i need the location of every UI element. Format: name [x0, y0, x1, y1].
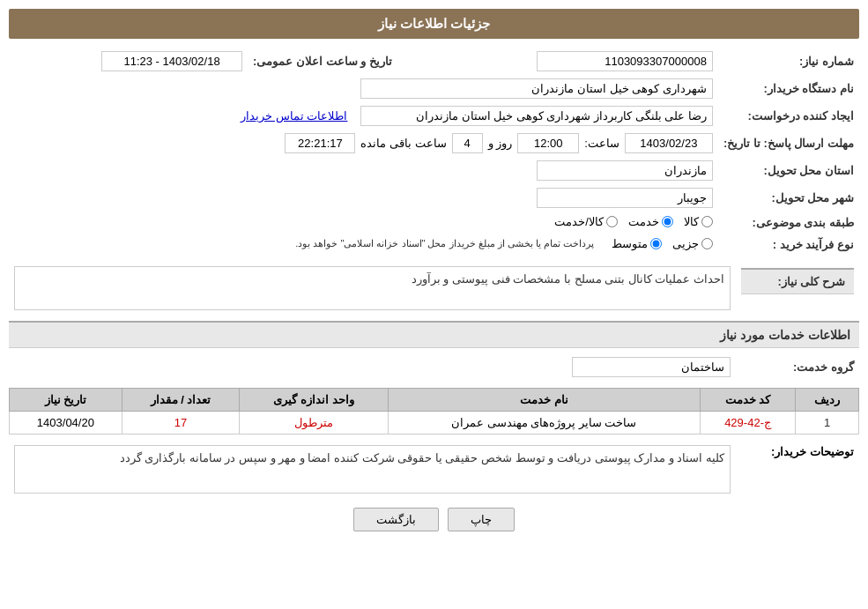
deadline-date-value: 1403/02/23 [625, 133, 713, 153]
radio-kala-khedmat-label: کالا/خدمت [554, 215, 604, 228]
deadline-label: مهلت ارسال پاسخ: تا تاریخ: [718, 130, 859, 157]
services-table-head: ردیف کد خدمت نام خدمت واحد اندازه گیری ت… [10, 389, 859, 412]
cell-row-num: 1 [796, 412, 859, 434]
buyer-notes-table: توضیحات خریدار: کلیه اسناد و مدارک پیوست… [9, 442, 859, 497]
radio-khedmat[interactable]: خدمت [628, 215, 673, 228]
services-table-body: 1 ج-42-429 ساخت سایر پروژه‌های مهندسی عم… [10, 412, 859, 434]
deadline-time-label: ساعت: [584, 137, 619, 150]
service-group-value: ساختمان [572, 357, 731, 377]
services-section-header: اطلاعات خدمات مورد نیاز [9, 321, 859, 348]
description-table: شرح کلی نیاز: احداث عملیات کانال بتنی مس… [9, 263, 859, 314]
page-wrapper: جزئیات اطلاعات نیاز شماره نیاز: 11030933… [0, 0, 868, 609]
cell-name: ساخت سایر پروژه‌های مهندسی عمران [388, 412, 700, 434]
col-unit: واحد اندازه گیری [240, 389, 388, 412]
services-header-row: ردیف کد خدمت نام خدمت واحد اندازه گیری ت… [10, 389, 859, 412]
row-buyer-notes: توضیحات خریدار: کلیه اسناد و مدارک پیوست… [9, 442, 859, 497]
buttons-row: چاپ بازگشت [9, 508, 859, 531]
row-description: شرح کلی نیاز: احداث عملیات کانال بتنی مس… [9, 263, 859, 314]
back-button[interactable]: بازگشت [353, 508, 439, 531]
radio-kala-khedmat[interactable]: کالا/خدمت [554, 215, 618, 228]
row-buyer-name: نام دستگاه خریدار: شهرداری کوهی خیل استا… [9, 75, 859, 102]
radio-motevaset-label: متوسط [612, 237, 648, 250]
request-number-label: شماره نیاز: [718, 48, 859, 75]
row-request-number: شماره نیاز: 1103093307000008 تاریخ و ساع… [9, 48, 859, 75]
radio-motevaset[interactable]: متوسط [612, 237, 662, 250]
radio-khedmat-label: خدمت [628, 215, 659, 228]
col-qty: تعداد / مقدار [122, 389, 240, 412]
contact-link[interactable]: اطلاعات تماس خریدار [241, 109, 347, 123]
request-number-value: 1103093307000008 [537, 51, 713, 71]
table-row: 1 ج-42-429 ساخت سایر پروژه‌های مهندسی عم… [10, 412, 859, 434]
print-button[interactable]: چاپ [448, 508, 515, 531]
deadline-days-value: 4 [452, 133, 483, 153]
services-table: ردیف کد خدمت نام خدمت واحد اندازه گیری ت… [9, 388, 859, 434]
row-deadline: مهلت ارسال پاسخ: تا تاریخ: 1403/02/23 سا… [9, 130, 859, 157]
deadline-remaining-value: 22:21:17 [285, 133, 355, 153]
main-info-table: شماره نیاز: 1103093307000008 تاریخ و ساع… [9, 48, 859, 256]
purchase-type-label: نوع فرآیند خرید : [718, 234, 859, 256]
purchase-note: پرداخت تمام یا بخشی از مبلغ خریداز محل "… [295, 238, 594, 249]
row-city: شهر محل تحویل: جویبار [9, 184, 859, 212]
col-code: کد خدمت [700, 389, 796, 412]
province-label: استان محل تحویل: [718, 157, 859, 184]
cell-code: ج-42-429 [700, 412, 796, 434]
buyer-notes-label: توضیحات خریدار: [771, 445, 854, 458]
radio-jozi[interactable]: جزیی [672, 237, 713, 250]
row-category: طبقه بندی موضوعی: کالا خدمت کالا/خدمت [9, 212, 859, 234]
row-service-group: گروه خدمت: ساختمان [9, 353, 859, 381]
deadline-days-label: روز و [488, 137, 513, 150]
service-group-table: گروه خدمت: ساختمان [9, 353, 859, 381]
col-row-num: ردیف [796, 389, 859, 412]
row-purchase-type: نوع فرآیند خرید : جزیی متوسط پرداخت تمام… [9, 234, 859, 256]
cell-unit: مترطول [240, 412, 388, 434]
description-label: شرح کلی نیاز: [741, 268, 854, 294]
buyer-name-value: شهرداری کوهی خیل استان مازندران [360, 78, 713, 99]
deadline-remaining-label: ساعت باقی مانده [360, 137, 446, 150]
page-header: جزئیات اطلاعات نیاز [9, 9, 859, 39]
buyer-notes-value: کلیه اسناد و مدارک پیوستی دریافت و توسط … [14, 445, 731, 494]
purchase-radio-group: جزیی متوسط پرداخت تمام یا بخشی از مبلغ خ… [295, 237, 713, 250]
description-value: احداث عملیات کانال بتنی مسلح با مشخصات ف… [14, 266, 731, 310]
page-title: جزئیات اطلاعات نیاز [378, 16, 490, 31]
creator-value: رضا علی بلنگی کاربرداز شهرداری کوهی خیل … [360, 106, 713, 126]
city-value: جویبار [537, 188, 713, 208]
announce-value: 1403/02/18 - 11:23 [101, 51, 242, 71]
category-radio-group: کالا خدمت کالا/خدمت [554, 215, 713, 228]
col-date: تاریخ نیاز [10, 389, 122, 412]
radio-kala-label: کالا [684, 215, 699, 228]
cell-qty: 17 [122, 412, 240, 434]
buyer-name-label: نام دستگاه خریدار: [718, 75, 859, 102]
deadline-row: 1403/02/23 ساعت: 12:00 روز و 4 ساعت باقی… [14, 133, 713, 153]
row-creator: ایجاد کننده درخواست: رضا علی بلنگی کاربر… [9, 102, 859, 130]
category-label: طبقه بندی موضوعی: [718, 212, 859, 234]
row-province: استان محل تحویل: مازندران [9, 157, 859, 184]
city-label: شهر محل تحویل: [718, 184, 859, 212]
radio-jozi-label: جزیی [672, 237, 699, 250]
province-value: مازندران [537, 160, 713, 181]
creator-label: ایجاد کننده درخواست: [718, 102, 859, 130]
announce-label: تاریخ و ساعت اعلان عمومی: [248, 48, 397, 75]
deadline-time-value: 12:00 [517, 133, 579, 153]
service-group-label: گروه خدمت: [736, 353, 859, 381]
radio-kala[interactable]: کالا [684, 215, 713, 228]
cell-date: 1403/04/20 [10, 412, 122, 434]
col-name: نام خدمت [388, 389, 700, 412]
